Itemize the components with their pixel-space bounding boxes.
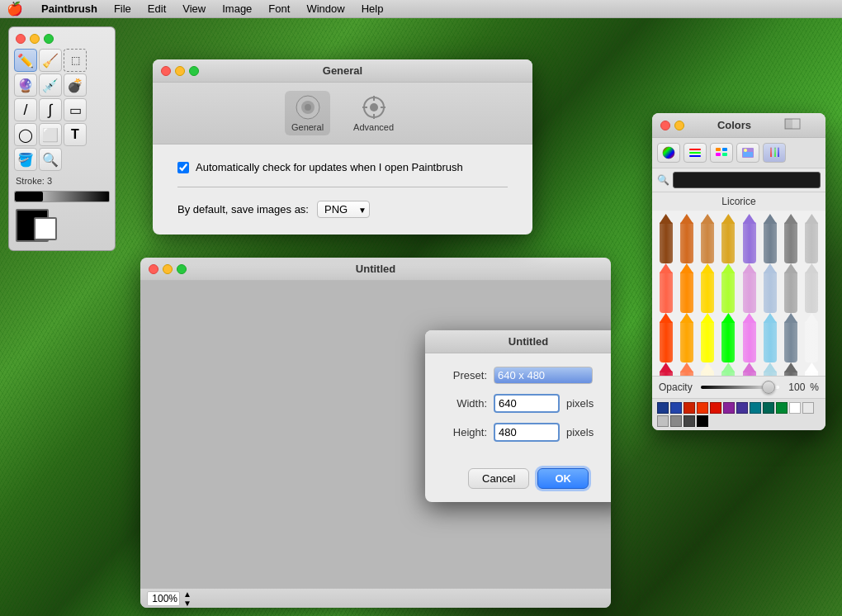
bucket-tool[interactable]: 🪣 — [14, 148, 37, 171]
crayon-item[interactable] — [739, 263, 759, 313]
menu-view[interactable]: View — [174, 2, 214, 15]
crayon-item[interactable] — [718, 313, 739, 362]
color-palettes-button[interactable] — [710, 143, 733, 163]
rounded-rect-tool[interactable]: ⬜ — [39, 123, 62, 146]
crayon-item[interactable] — [718, 214, 739, 263]
color-swatch[interactable] — [657, 415, 669, 427]
opacity-thumb[interactable] — [762, 381, 775, 394]
crayon-item[interactable] — [781, 313, 802, 362]
pref-maximize-button[interactable] — [189, 66, 199, 76]
color-swatch[interactable] — [710, 402, 721, 414]
crayon-item[interactable] — [802, 362, 822, 376]
menu-help[interactable]: Help — [353, 2, 392, 15]
crayon-item[interactable] — [759, 313, 780, 362]
crayon-item[interactable] — [802, 263, 822, 313]
menu-file[interactable]: File — [106, 2, 140, 15]
crayon-item[interactable] — [655, 263, 676, 313]
rect-tool[interactable]: ▭ — [64, 98, 87, 121]
color-wheel-button[interactable] — [657, 143, 680, 163]
color-swatch[interactable] — [750, 402, 761, 414]
crayon-item[interactable] — [718, 362, 739, 376]
color-swatch[interactable] — [670, 415, 682, 427]
toolbar-maximize-button[interactable] — [44, 34, 54, 44]
crayon-item[interactable] — [802, 214, 822, 263]
crayon-item[interactable] — [655, 214, 676, 263]
color-swatch[interactable] — [789, 402, 801, 414]
magic-wand-tool[interactable]: 🔮 — [14, 73, 37, 97]
crayon-item[interactable] — [802, 313, 822, 362]
text-tool[interactable]: T — [64, 123, 87, 146]
pref-minimize-button[interactable] — [175, 66, 185, 76]
crayon-item[interactable] — [781, 263, 802, 313]
stroke-slider[interactable] — [14, 191, 110, 202]
crayon-item[interactable] — [759, 263, 780, 313]
menu-paintbrush[interactable]: Paintbrush — [33, 2, 106, 15]
crayon-item[interactable] — [781, 214, 802, 263]
crayon-item[interactable] — [676, 313, 697, 362]
auto-update-checkbox[interactable] — [177, 162, 189, 173]
toolbar-close-button[interactable] — [16, 34, 26, 44]
colors-close-button[interactable] — [660, 121, 670, 130]
color-swatch[interactable] — [697, 415, 708, 427]
crayon-item[interactable] — [655, 313, 676, 362]
colors-minimize-button[interactable] — [674, 121, 684, 130]
image-palettes-button[interactable] — [736, 143, 759, 163]
color-swatch[interactable] — [723, 402, 735, 414]
pencil-tool[interactable]: ✏️ — [14, 49, 37, 72]
untitled-close-button[interactable] — [149, 264, 158, 274]
line-tool[interactable]: / — [14, 98, 37, 121]
zoom-tool[interactable]: 🔍 — [39, 148, 62, 171]
crayon-item[interactable] — [676, 362, 697, 376]
crayon-item[interactable] — [759, 362, 780, 376]
menu-edit[interactable]: Edit — [140, 2, 174, 15]
color-swatch[interactable] — [736, 402, 748, 414]
colors-search-input[interactable] — [673, 172, 821, 188]
apple-menu-icon[interactable]: 🍎 — [7, 1, 23, 17]
color-swatch[interactable] — [684, 415, 695, 427]
menu-font[interactable]: Font — [260, 2, 298, 15]
toolbar-minimize-button[interactable] — [30, 34, 40, 44]
canvas-area[interactable]: Untitled Preset: 640 x 480 800 x 600 102… — [140, 281, 611, 588]
background-color[interactable] — [34, 217, 57, 240]
crayon-item[interactable] — [698, 214, 718, 263]
oval-tool[interactable]: ◯ — [14, 123, 37, 146]
zoom-input[interactable] — [147, 591, 180, 606]
menu-image[interactable]: Image — [214, 2, 260, 15]
crayon-item[interactable] — [739, 313, 759, 362]
crayon-item[interactable] — [739, 214, 759, 263]
height-input[interactable] — [494, 423, 560, 442]
color-swatch[interactable] — [776, 402, 788, 414]
eraser-tool[interactable]: 🧹 — [39, 49, 62, 72]
untitled-maximize-button[interactable] — [177, 264, 187, 274]
color-swatch[interactable] — [670, 402, 682, 414]
color-swatch[interactable] — [802, 402, 814, 414]
color-sliders-button[interactable] — [684, 143, 707, 163]
tab-advanced[interactable]: Advanced — [347, 91, 400, 135]
menu-window[interactable]: Window — [298, 2, 352, 15]
eyedropper-tool[interactable]: 💉 — [39, 73, 62, 97]
opacity-slider[interactable] — [701, 386, 779, 389]
crayon-item[interactable] — [676, 263, 697, 313]
crayon-item[interactable] — [698, 313, 718, 362]
ok-button[interactable]: OK — [537, 468, 589, 489]
preset-select[interactable]: 640 x 480 800 x 600 1024 x 768 1920 x 10… — [494, 367, 593, 384]
crayon-item[interactable] — [759, 214, 780, 263]
color-swatch[interactable] — [657, 402, 669, 414]
tab-general[interactable]: General — [285, 91, 330, 135]
color-swatch[interactable] — [684, 402, 695, 414]
cancel-button[interactable]: Cancel — [468, 468, 529, 489]
curve-tool[interactable]: ∫ — [39, 98, 62, 121]
save-format-select[interactable]: PNG JPEG BMP TIFF GIF — [317, 201, 370, 218]
crayon-item[interactable] — [698, 362, 718, 376]
crayon-item[interactable] — [698, 263, 718, 313]
width-input[interactable] — [494, 394, 560, 413]
color-swatch[interactable] — [697, 402, 708, 414]
crayon-item[interactable] — [739, 362, 759, 376]
fill-tool[interactable]: 💣 — [64, 73, 87, 97]
pref-close-button[interactable] — [161, 66, 171, 76]
rect-select-tool[interactable]: ⬚ — [64, 49, 87, 72]
crayon-item[interactable] — [655, 362, 676, 376]
crayon-item[interactable] — [718, 263, 739, 313]
crayons-button[interactable] — [763, 143, 786, 163]
untitled-minimize-button[interactable] — [163, 264, 173, 274]
